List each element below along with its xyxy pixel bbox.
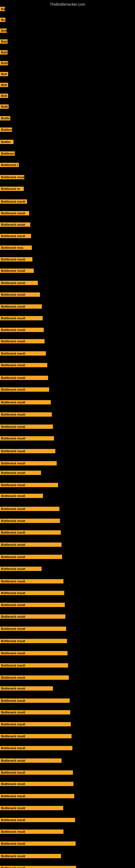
bar-item: Bo [0,7,5,12]
bar-item: Bottleneck result [0,471,41,476]
bar-label: Bott [0,83,8,87]
bar-label: Bottleneck result [0,388,49,392]
bar-label: Bottleneck result [0,614,65,619]
bar-label: Bottleneck result [0,579,63,584]
bar-item: Bottleneck result [0,436,54,442]
bar-label: Bottleneck result [0,818,75,822]
bar-label: Bottleneck result [0,292,40,297]
bar-item: Bottleneck result [0,425,53,430]
bar-label: Bottleneck result [0,627,66,631]
bar-item: Bottleneck result [0,494,43,499]
bar-item: Bottleneck result [0,686,53,692]
bar-item: Bottl [0,61,8,66]
bar-label: Bottleneck result [0,363,47,367]
bar-label: Bottleneck result [0,830,63,834]
bar-item: Bottlenec [0,151,15,157]
bar-label: Bottleneck result [0,639,67,643]
bar-label: Bottleneck result [0,734,72,738]
bar-item: Bottleneck result [0,461,57,467]
bar-label: Bottleneck result [0,449,55,453]
bar-label: Bott [0,39,8,44]
bar-label: Bottleneck result [0,530,61,535]
bar-item: Bottleneck result [0,412,52,418]
bar-label: Bott [0,94,8,98]
bar-label: Bottleneck result [0,567,42,571]
bar-item: Bottleneck result [0,782,74,787]
bar-item: Bottleneck result [0,806,63,811]
bar-item: Bott [0,72,8,77]
bar-item: Bottleneck result [0,339,45,344]
bar-label: Bottleneck result [0,854,61,858]
bar-item: Bottleneck result [0,722,71,727]
bar-label: Bottleneck result [0,328,44,332]
bar-label: Bo [0,7,5,11]
bar-item: Bottleneck result [0,292,40,298]
bar-item: Bottleneck result [0,794,74,799]
bar-label: Bottle [0,116,10,120]
bar-label: Bottleneck result [0,686,53,691]
bar-item: Bottleneck result [0,449,55,454]
bar-item: Bottleneck result [0,199,27,205]
bar-item: Bottleneck result [0,542,61,548]
bar-item: Bottleneck result [0,222,30,228]
bar-label: Bottleneck result [0,412,52,416]
bar-item: Bottlenec [0,127,12,133]
bar-item: Bottleneck result [0,663,68,669]
bar-item: Bottleneck result [0,567,42,572]
bar-item: Bottleneck result [0,866,76,868]
bar-label: Bottleneck result [0,211,29,215]
bar-item: Bottleneck result [0,376,48,381]
bar-label: Bott [0,72,8,76]
bar-label: Bottleneck result [0,281,38,285]
bar-label: Bottleneck result [0,339,45,343]
bar-item: Bottleneck result [0,257,32,262]
bar-item: Bottleneck result [0,363,47,368]
bar-item: Bottleneck result [0,519,60,524]
bar-item: Bottleneck result [0,328,44,333]
bar-label: Bottleneck result [0,471,41,475]
bar-item: Bottleneck r [0,163,19,168]
bar-item: Bottleneck result [0,841,76,847]
bar-label: Bottleneck result [0,746,72,750]
bar-item: Bottler [0,140,13,145]
bar-label: Bottleneck result [0,782,74,786]
bar-item: Bottleneck resul [0,175,24,180]
bar-item: Bottleneck result [0,234,31,239]
bar-label: Bottlenec [0,127,12,132]
bar-label: Bottleneck result [0,603,65,607]
bar-item: Bott [0,29,7,34]
bar-item: Bott [0,39,8,45]
bar-label: Bottleneck result [0,304,42,309]
bar-item: Bottleneck result [0,854,61,859]
bar-label: Bottleneck result [0,758,61,763]
bar-item: Bottleneck result [0,269,34,274]
bar-label: Bottleneck result [0,199,27,204]
bar-item: Bottleneck result [0,758,61,764]
bar-label: Bottleneck result [0,425,53,429]
bar-item: Bottleneck result [0,304,42,310]
bar-label: Bottleneck result [0,222,30,227]
bar-item: Bott [0,94,8,99]
bar-label: Bottleneck result [0,866,76,868]
bar-label: Bott [0,29,7,33]
bar-label: Bottleneck result [0,699,70,703]
bar-label: Bottleneck result [0,710,70,714]
site-title: TheBottlenecker.com [0,0,135,8]
bar-label: Bottleneck resu [0,246,32,250]
bar-item: Bottleneck result [0,579,63,585]
bar-label: Bottleneck result [0,651,68,655]
bar-label: Bottlenec [0,151,15,156]
bar-item: Bott [0,83,8,88]
bar-item: Bottleneck result [0,675,69,681]
bar-item: Bottleneck result [0,639,67,644]
bar-item: Bottleneck result [0,746,72,751]
bar-label: Bottleneck result [0,461,57,465]
bar-item: Bottleneck result [0,530,61,536]
bar-label: Bottleneck result [0,257,32,261]
bar-label: Bottleneck result [0,806,63,810]
bar-item: Bottleneck result [0,483,58,488]
bar-item: Bottleneck result [0,651,68,656]
bar-item: Bottleneck result [0,627,66,632]
bar-item: Bottle [0,116,10,122]
bar-item: Bottleneck result [0,734,72,739]
